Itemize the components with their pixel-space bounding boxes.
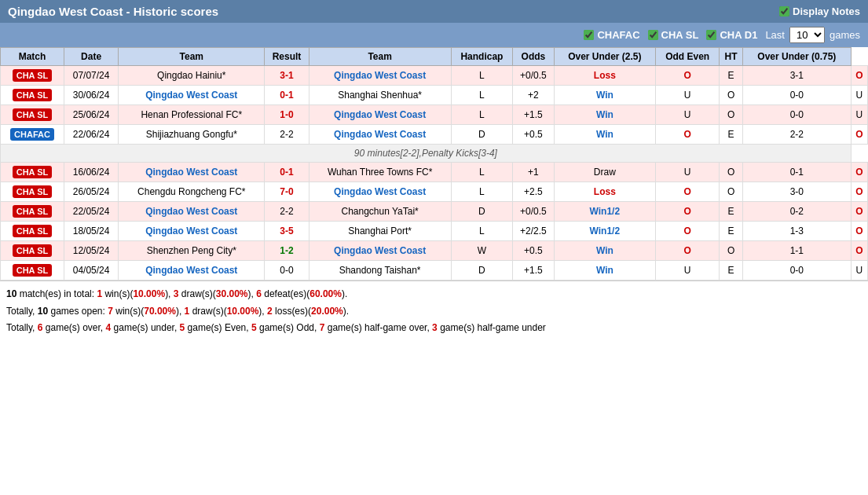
filter-chafac: CHAFAC [584,29,639,41]
handicap: +1.5 [513,261,554,280]
over-under-25: O [656,66,720,86]
display-notes-label[interactable]: Display Notes [779,6,860,17]
odd-even: E [720,222,743,241]
match-result: 1-2 [265,241,309,261]
match-result: 7-0 [265,182,309,202]
table-row: CHA SL16/06/24Qingdao West Coast0-1Wuhan… [1,163,868,182]
odd-even: O [720,182,743,202]
badge-label: CHA SL [13,89,53,101]
page-title: Qingdao West Coast - Historic scores [8,5,218,18]
chasl-checkbox[interactable] [648,30,658,40]
col-date: Date [64,48,118,66]
summary-part: Totally, [6,306,38,317]
match-result: 3-1 [265,66,309,86]
games-label: games [830,29,860,41]
odds: Win [554,241,655,261]
handicap: +2/2.5 [513,222,554,241]
chad1-label: CHA D1 [720,29,757,41]
team2-name: Qingdao West Coast [309,66,451,86]
header-right: Display Notes [779,6,860,17]
wdl: L [451,86,513,105]
summary-part: 3 [432,322,438,333]
handicap: +2 [513,86,554,105]
display-notes-text: Display Notes [793,6,860,17]
note-text: 90 minutes[2-2],Penalty Kicks[3-4] [1,145,852,163]
ht-score: 0-0 [742,105,851,125]
over-under-25: O [656,182,720,202]
summary-part: win(s)( [113,306,144,317]
wdl: L [451,182,513,202]
filter-chasl: CHA SL [648,29,699,41]
ht-score: 0-2 [742,202,851,222]
match-badge: CHA SL [1,261,64,280]
over-under-25: U [656,105,720,125]
match-date: 22/06/24 [64,125,118,145]
odd-even: E [720,125,743,145]
odds: Win [554,125,655,145]
wdl: L [451,163,513,182]
filter-chad1: CHA D1 [706,29,757,41]
scores-table: Match Date Team Result Team Handicap Odd… [0,47,868,280]
handicap: +2.5 [513,182,554,202]
match-date: 30/06/24 [64,86,118,105]
match-result: 0-1 [265,86,309,105]
summary-part: 20.00% [311,306,343,317]
summary-part: 60.00% [309,288,342,299]
over-under-075: O [851,202,867,222]
summary-line: Totally, 10 games open: 7 win(s)(70.00%)… [6,303,862,321]
badge-label: CHAFAC [10,128,54,141]
odd-even: E [720,66,743,86]
team1-name: Qingdao West Coast [119,202,265,222]
team1-name: Shijiazhuang Gongfu* [119,125,265,145]
match-badge: CHA SL [1,105,64,125]
summary-part: 70.00% [144,306,176,317]
summary-part: 2 [267,306,273,317]
match-date: 26/05/24 [64,182,118,202]
note-row: 90 minutes[2-2],Penalty Kicks[3-4] [1,145,868,163]
handicap: +0.5 [513,241,554,261]
badge-label: CHA SL [13,108,53,121]
table-row: CHA SL18/05/24Qingdao West Coast3-5Shang… [1,222,868,241]
summary-part: 10.00% [227,306,259,317]
match-badge: CHA SL [1,202,64,222]
summary-part: ). [343,306,349,317]
odds: Loss [554,182,655,202]
summary-part: game(s) half-game over, [324,322,432,333]
summary-part: Totally, [6,322,38,333]
badge-label: CHA SL [13,69,53,82]
summary-part: win(s)( [102,288,133,299]
match-date: 07/07/24 [64,66,118,86]
match-badge: CHAFAC [1,125,64,145]
odds: Win [554,261,655,280]
col-team2: Team [309,48,451,66]
col-ou075: Over Under (0.75) [742,48,851,66]
table-row: CHA SL22/05/24Qingdao West Coast2-2Chang… [1,202,868,222]
summary-part: defeat(es)( [262,288,309,299]
chafac-checkbox[interactable] [584,30,594,40]
match-badge: CHA SL [1,182,64,202]
odds: Win [554,86,655,105]
chad1-checkbox[interactable] [706,30,716,40]
match-badge: CHA SL [1,222,64,241]
handicap: +0/0.5 [513,66,554,86]
match-result: 2-2 [265,125,309,145]
chasl-label: CHA SL [661,29,699,41]
col-result: Result [265,48,309,66]
summary-part: game(s) under, [111,322,179,333]
ht-score: 1-3 [742,222,851,241]
summary-part: 5 [251,322,257,333]
badge-label: CHA SL [13,244,53,257]
summary-part: ). [342,288,347,299]
last-label: Last [765,29,785,41]
team2-name: Shandong Taishan* [309,261,451,280]
over-under-075: U [851,261,867,280]
wdl: D [451,202,513,222]
summary-part: 7 [108,306,113,317]
display-notes-checkbox[interactable] [779,6,789,16]
odd-even: E [720,261,743,280]
team1-name: Qingdao Hainiu* [119,66,265,86]
team2-name: Qingdao West Coast [309,125,451,145]
over-under-075: O [851,241,867,261]
last-games-select[interactable]: 10 20 30 [789,27,825,43]
summary-part: game(s) Even, [185,322,251,333]
